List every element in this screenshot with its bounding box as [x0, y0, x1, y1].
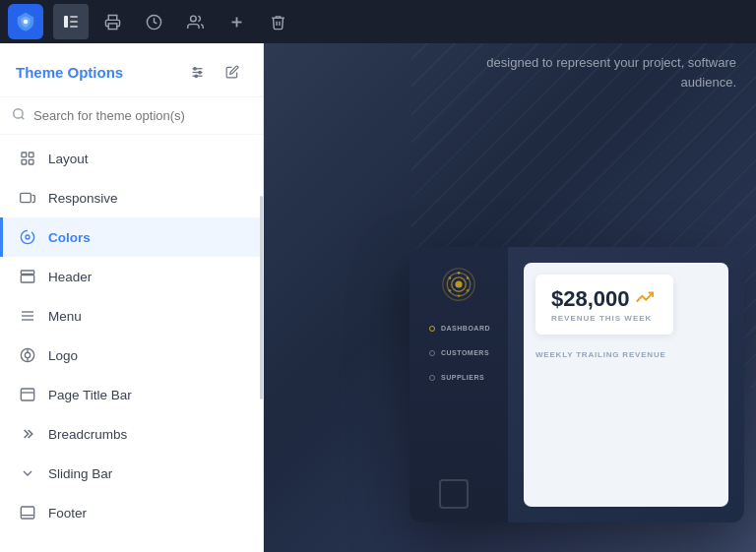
search-container [0, 97, 263, 135]
sidebar-icon [63, 14, 79, 30]
mockup-revenue-amount: $28,000 [551, 286, 658, 312]
sidebar-item-breadcrumbs[interactable]: Breadcrumbs [0, 414, 263, 454]
preview-area: designed to represent your project, soft… [264, 43, 756, 552]
svg-rect-32 [21, 389, 33, 400]
svg-point-45 [449, 276, 452, 279]
mockup-logo-icon [441, 267, 476, 302]
mockup-main: $28,000 REVENUE THIS WEEK WEEKLY TRAILIN… [524, 263, 728, 507]
pencil-icon [225, 65, 239, 79]
svg-point-13 [193, 67, 196, 70]
mockup-outer: DASHBOARD CUSTOMERS SUPPLIERS [410, 247, 744, 522]
sidebar-item-page-title-bar[interactable]: Page Title Bar [0, 375, 263, 414]
svg-rect-5 [108, 23, 117, 29]
svg-rect-22 [21, 193, 32, 202]
add-icon [228, 14, 245, 31]
sidebar-item-sliding-bar[interactable]: Sliding Bar [0, 454, 263, 493]
footer-icon [19, 504, 36, 521]
svg-point-29 [25, 352, 30, 357]
colors-label: Colors [48, 230, 91, 245]
breadcrumbs-icon [19, 425, 36, 443]
page-title-bar-label: Page Title Bar [48, 388, 132, 402]
mockup-revenue-card: $28,000 REVENUE THIS WEEK [536, 275, 673, 335]
svg-point-16 [14, 109, 23, 118]
sliders-icon [190, 65, 205, 80]
svg-point-39 [455, 280, 462, 287]
responsive-icon [19, 189, 36, 207]
colors-icon [19, 228, 36, 246]
header-icon [19, 268, 36, 285]
trash-icon [270, 14, 286, 31]
svg-line-17 [22, 117, 25, 120]
search-input[interactable] [33, 108, 251, 123]
filter-options-button[interactable] [182, 57, 212, 87]
history-icon [146, 14, 162, 31]
users-icon [187, 14, 204, 31]
sidebar-item-logo[interactable]: Logo [0, 336, 263, 375]
logo-label: Logo [48, 348, 78, 363]
svg-point-41 [467, 276, 470, 279]
sidebar-item-layout[interactable]: Layout [0, 139, 263, 178]
sidebar-item-responsive[interactable]: Responsive [0, 178, 263, 217]
svg-point-44 [449, 289, 452, 292]
breadcrumbs-label: Breadcrumbs [48, 427, 127, 442]
header-label: Header [48, 270, 92, 284]
main-content: Theme Options [0, 43, 756, 552]
svg-rect-2 [70, 16, 78, 18]
svg-point-43 [458, 294, 461, 297]
logo-icon [15, 11, 36, 32]
svg-rect-20 [22, 159, 27, 164]
sidebar-item-header[interactable]: Header [0, 257, 263, 296]
logo-nav-icon [19, 346, 36, 364]
svg-rect-1 [64, 16, 68, 28]
mockup-chart-label: WEEKLY TRAILING REVENUE [536, 350, 717, 359]
history-button[interactable] [136, 4, 171, 39]
sidebar-title: Theme Options [16, 64, 123, 81]
delete-button[interactable] [260, 4, 295, 39]
svg-rect-18 [22, 153, 27, 157]
svg-point-42 [467, 289, 470, 292]
menu-icon [19, 307, 36, 325]
svg-rect-23 [21, 271, 33, 274]
svg-rect-19 [29, 153, 33, 157]
edit-button[interactable] [218, 57, 247, 87]
sliding-bar-icon [19, 464, 36, 482]
sliding-bar-label: Sliding Bar [48, 466, 112, 481]
sidebar-nav: Layout Responsive Col [0, 135, 263, 552]
add-button[interactable] [219, 4, 254, 39]
sidebar-item-menu[interactable]: Menu [0, 296, 263, 336]
svg-rect-21 [29, 159, 33, 164]
preview-description: designed to represent your project, soft… [486, 53, 736, 92]
sidebar: Theme Options [0, 43, 264, 552]
layout-label: Layout [48, 152, 89, 166]
svg-point-14 [198, 71, 201, 74]
mockup-revenue-label: REVENUE THIS WEEK [551, 314, 658, 323]
sidebar-toggle-button[interactable] [53, 4, 89, 39]
sidebar-header: Theme Options [0, 43, 263, 97]
dashboard-mockup: DASHBOARD CUSTOMERS SUPPLIERS [410, 247, 744, 522]
svg-point-0 [24, 20, 29, 25]
svg-point-15 [195, 75, 198, 78]
svg-point-7 [190, 16, 196, 22]
svg-rect-4 [70, 26, 78, 28]
svg-point-40 [458, 272, 461, 275]
svg-rect-34 [21, 507, 33, 519]
mockup-nav-customers: CUSTOMERS [419, 344, 498, 361]
trend-icon [636, 288, 654, 310]
responsive-label: Responsive [48, 191, 118, 206]
sidebar-item-colors[interactable]: Colors [0, 217, 263, 257]
svg-rect-24 [21, 276, 33, 282]
mockup-nav-suppliers: SUPPLIERS [419, 369, 498, 386]
mockup-square-decoration [439, 479, 469, 509]
sidebar-item-footer[interactable]: Footer [0, 493, 263, 532]
sidebar-header-actions [182, 57, 247, 87]
mockup-nav-dashboard: DASHBOARD [419, 320, 498, 337]
app-logo[interactable] [8, 4, 43, 39]
layout-icon [19, 150, 36, 167]
page-title-bar-icon [19, 386, 36, 403]
menu-label: Menu [48, 309, 82, 324]
print-button[interactable] [94, 4, 130, 39]
footer-label: Footer [48, 506, 87, 521]
users-button[interactable] [177, 4, 213, 39]
print-icon [104, 14, 121, 31]
toolbar [0, 0, 756, 43]
